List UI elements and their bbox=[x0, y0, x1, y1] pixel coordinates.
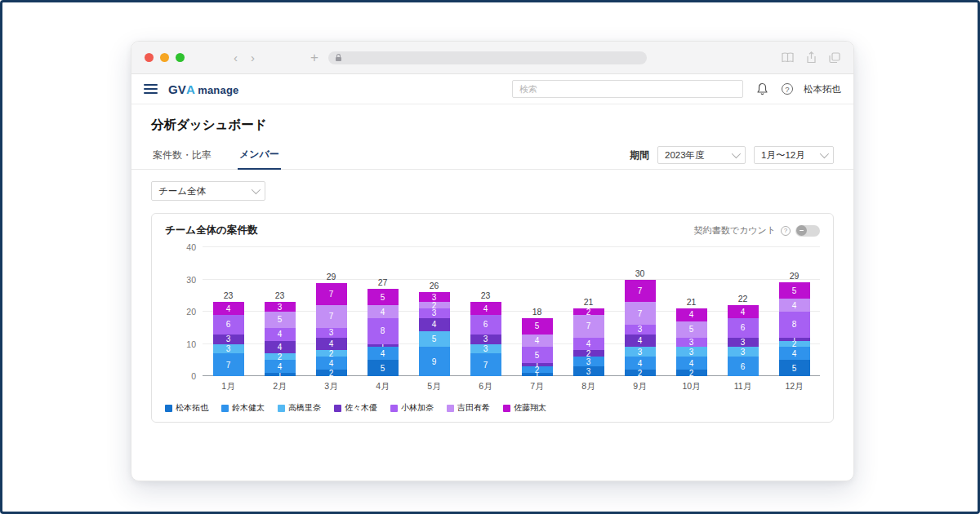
bar-segment-label: 4 bbox=[278, 330, 283, 339]
bar-segment-label: 3 bbox=[586, 367, 591, 376]
bar-segment: 4 bbox=[779, 299, 810, 312]
month-label: 4月 bbox=[357, 381, 408, 392]
logo-text-suffix: manage bbox=[198, 84, 238, 96]
bar-segment: 7 bbox=[213, 353, 244, 376]
reading-list-icon[interactable] bbox=[782, 52, 794, 63]
period-range-select[interactable]: 1月〜12月 bbox=[754, 146, 834, 164]
bar-segment-label: 5 bbox=[689, 325, 694, 334]
bar-segment: 1 bbox=[265, 373, 296, 376]
bar-segment-label: 5 bbox=[792, 364, 797, 373]
app-header: GVA manage ? 松本拓也 bbox=[131, 74, 853, 104]
bar-segment-label: 2 bbox=[535, 366, 540, 373]
maximize-window-button[interactable] bbox=[176, 53, 185, 62]
search-input[interactable] bbox=[512, 80, 743, 98]
legend-label: 松本拓也 bbox=[176, 402, 208, 414]
bar-stack: 243354 bbox=[676, 308, 707, 376]
bar-segment: 4 bbox=[470, 302, 501, 315]
bar-segment-label: 3 bbox=[689, 338, 694, 347]
bar-segment-label: 7 bbox=[329, 312, 334, 321]
minimize-window-button[interactable] bbox=[160, 53, 169, 62]
chart-title: チーム全体の案件数 bbox=[165, 224, 257, 237]
legend-label: 鈴木健太 bbox=[232, 402, 265, 414]
bar-segment: 7 bbox=[625, 302, 656, 325]
month-label: 7月 bbox=[511, 381, 563, 392]
bar-segment-label: 3 bbox=[432, 293, 437, 302]
bar-segment-label: 5 bbox=[278, 315, 283, 324]
bar-segment: 3 bbox=[419, 308, 450, 318]
month-label: 12月 bbox=[768, 381, 820, 392]
y-axis: 010203040 bbox=[165, 247, 203, 376]
bar-segment: 3 bbox=[470, 344, 501, 354]
bar-segment-label: 1 bbox=[535, 373, 540, 376]
bar-segment-label: 2 bbox=[586, 308, 591, 315]
bar-total-label: 22 bbox=[738, 294, 748, 304]
bar-segment-label: 3 bbox=[329, 328, 334, 337]
tabs-overview-icon[interactable] bbox=[829, 52, 840, 64]
contract-count-toggle[interactable] bbox=[795, 225, 820, 237]
bar-segment: 3 bbox=[625, 325, 656, 335]
bar-segment-label: 4 bbox=[329, 339, 334, 348]
bar-segment: 7 bbox=[316, 283, 347, 306]
month-label: 11月 bbox=[717, 381, 768, 392]
legend-item: 松本拓也 bbox=[165, 402, 208, 414]
bar-segment-label: 4 bbox=[638, 336, 643, 345]
bar-segment: 5 bbox=[368, 289, 399, 305]
address-bar[interactable] bbox=[328, 51, 647, 64]
hamburger-menu-icon[interactable] bbox=[144, 84, 158, 94]
bar-total-label: 21 bbox=[687, 297, 697, 307]
bar-segment: 9 bbox=[419, 347, 450, 376]
team-select[interactable]: チーム全体 bbox=[151, 181, 265, 201]
forward-icon[interactable]: › bbox=[251, 51, 255, 64]
share-icon[interactable] bbox=[806, 51, 817, 64]
bar-segment-label: 3 bbox=[638, 325, 643, 334]
bar-segment-label: 3 bbox=[483, 344, 488, 353]
bar-segment-label: 2 bbox=[638, 370, 643, 376]
bar-segment-label: 4 bbox=[278, 362, 283, 371]
new-tab-icon[interactable]: + bbox=[310, 51, 318, 64]
bar-segment-label: 4 bbox=[483, 304, 488, 313]
browser-window: ‹ › + GVA bbox=[131, 41, 854, 481]
help-icon[interactable]: ? bbox=[782, 83, 793, 95]
window-controls bbox=[145, 53, 185, 62]
legend-swatch bbox=[165, 405, 172, 412]
info-icon[interactable]: ? bbox=[781, 226, 791, 236]
notification-bell-icon[interactable] bbox=[756, 82, 768, 95]
bar-segment: 4 bbox=[419, 318, 450, 331]
legend-swatch bbox=[447, 405, 454, 412]
close-window-button[interactable] bbox=[145, 53, 154, 62]
bar-column: 2373364 bbox=[460, 247, 511, 376]
toggle-label: 契約書数でカウント bbox=[694, 224, 776, 237]
tab-case-count-ratio[interactable]: 案件数・比率 bbox=[151, 144, 213, 169]
bar-segment: 1 bbox=[522, 373, 553, 376]
bar-segment: 3 bbox=[625, 347, 656, 357]
tab-members[interactable]: メンバー bbox=[238, 143, 281, 170]
page-title: 分析ダッシュボード bbox=[151, 117, 834, 134]
legend-item: 鈴木健太 bbox=[221, 402, 265, 414]
month-label: 6月 bbox=[460, 381, 511, 392]
bar-stack: 2424377 bbox=[316, 283, 347, 377]
bar-segment-label: 4 bbox=[535, 336, 540, 345]
bar-column: 2373364 bbox=[203, 247, 254, 376]
period-year-select[interactable]: 2023年度 bbox=[657, 146, 746, 164]
bar-stack: 73364 bbox=[213, 302, 244, 376]
bar-columns: 2373364231424453292424377275418452695432… bbox=[203, 247, 820, 376]
bar-segment-label: 3 bbox=[586, 357, 591, 366]
bar-segment-label: 4 bbox=[226, 304, 231, 313]
bar-segment-label: 5 bbox=[792, 286, 797, 295]
bar-segment: 2 bbox=[573, 308, 604, 315]
bar-segment-label: 3 bbox=[741, 338, 746, 347]
logo-text-primary: GV bbox=[168, 82, 186, 96]
legend-item: 佐藤翔太 bbox=[503, 402, 546, 414]
bar-segment-label: 9 bbox=[432, 357, 437, 366]
bar-segment-label: 5 bbox=[381, 364, 385, 373]
bar-segment-label: 4 bbox=[586, 339, 591, 348]
bar-segment-label: 3 bbox=[278, 303, 283, 312]
user-name[interactable]: 松本拓也 bbox=[804, 83, 841, 95]
bar-segment-label: 3 bbox=[689, 348, 694, 357]
y-tick-label: 30 bbox=[186, 275, 196, 285]
bar-segment-label: 7 bbox=[226, 361, 231, 370]
legend-label: 吉田有希 bbox=[457, 402, 490, 414]
bar-segment-label: 7 bbox=[329, 290, 334, 299]
back-icon[interactable]: ‹ bbox=[234, 51, 238, 64]
bar-segment: 7 bbox=[625, 280, 656, 303]
